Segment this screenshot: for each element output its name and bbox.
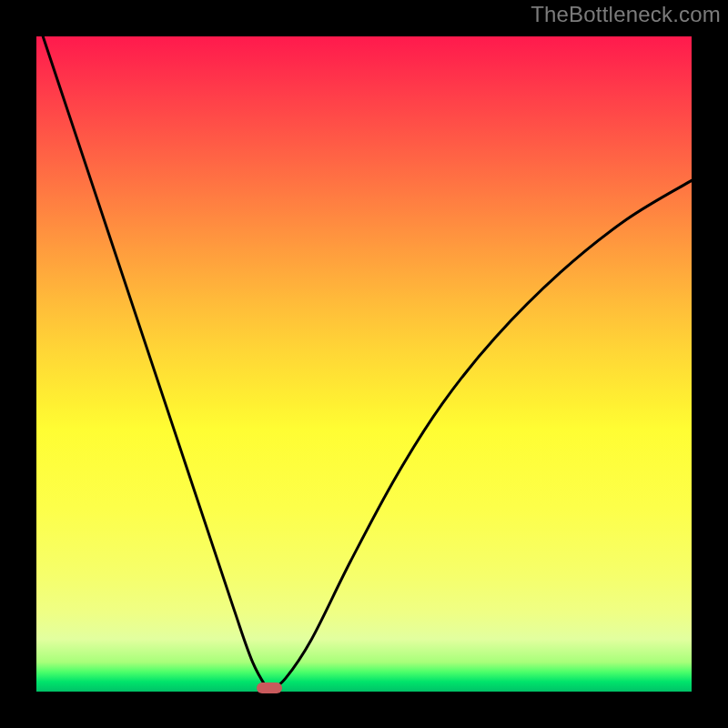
curve-layer xyxy=(36,36,692,692)
chart-frame: TheBottleneck.com xyxy=(0,0,728,728)
plot-area xyxy=(36,36,692,692)
cusp-marker xyxy=(257,682,282,693)
watermark-text: TheBottleneck.com xyxy=(531,2,721,27)
bottleneck-curve xyxy=(36,36,692,692)
